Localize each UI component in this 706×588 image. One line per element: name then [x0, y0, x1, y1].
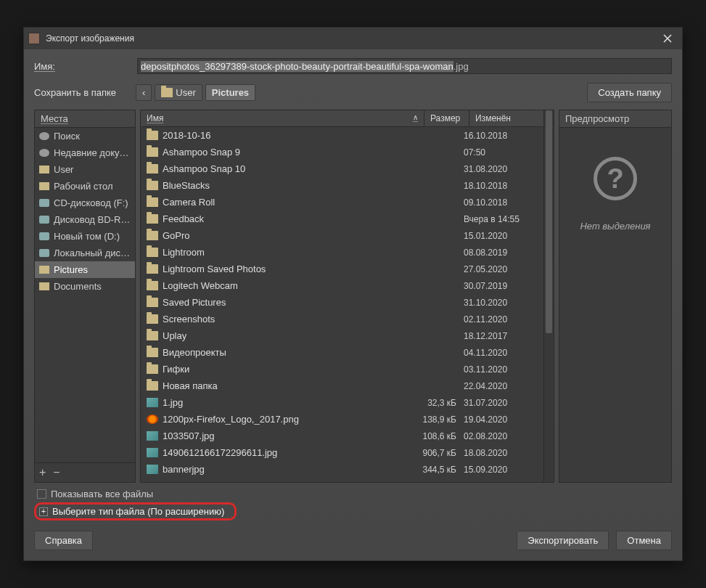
places-item[interactable]: Поиск	[35, 128, 135, 144]
folder-icon	[147, 364, 158, 374]
places-item[interactable]: Локальный дис…	[35, 245, 135, 261]
close-button[interactable]	[657, 30, 678, 46]
file-row[interactable]: Lightroom08.08.2019	[141, 244, 543, 261]
file-name: Saved Pictures	[163, 297, 410, 308]
plus-icon: +	[39, 507, 48, 516]
places-item[interactable]: User	[35, 161, 135, 178]
file-modified: 30.07.2019	[464, 281, 538, 291]
file-row[interactable]: Saved Pictures31.10.2020	[141, 294, 543, 311]
file-row[interactable]: 1033507.jpg108,6 кБ02.08.2020	[141, 428, 543, 444]
file-row[interactable]: Видеопроекты04.11.2020	[141, 344, 543, 361]
folder-icon	[147, 281, 158, 290]
close-icon	[663, 34, 672, 43]
file-type-label: Выберите тип файла (По расширению)	[52, 506, 224, 517]
file-row[interactable]: Ashampoo Snap 907:50	[141, 144, 543, 160]
file-row[interactable]: Гифки03.11.2020	[141, 361, 543, 377]
places-item[interactable]: Documents	[35, 278, 135, 295]
places-item[interactable]: Рабочий стол	[35, 178, 135, 195]
breadcrumb-pictures[interactable]: Pictures	[205, 84, 255, 101]
export-dialog: Экспорт изображения Имя: depositphotos_3…	[23, 27, 683, 561]
file-row[interactable]: 1490612166172296611.jpg906,7 кБ18.08.202…	[141, 444, 543, 461]
places-list: ПоискНедавние доку…UserРабочий столCD-ди…	[35, 128, 135, 462]
question-mark-icon: ?	[594, 157, 637, 200]
help-button[interactable]: Справка	[34, 531, 93, 550]
file-row[interactable]: Logitech Webcam30.07.2019	[141, 277, 543, 294]
places-header[interactable]: Места	[35, 110, 135, 128]
places-item-label: Pictures	[54, 264, 88, 275]
show-all-row[interactable]: Показывать все файлы	[34, 487, 672, 502]
file-row[interactable]: 1.jpg32,3 кБ31.07.2020	[141, 394, 543, 411]
folder-icon	[147, 264, 158, 274]
folder-icon	[147, 381, 158, 391]
places-item[interactable]: CD-дисковод (F:)	[35, 195, 135, 211]
save-in-label: Сохранить в папке	[34, 87, 128, 98]
folder-icon	[147, 331, 158, 340]
file-row[interactable]: bannerjpg344,5 кБ15.09.2020	[141, 461, 543, 478]
col-modified[interactable]: Изменён	[469, 110, 543, 126]
show-all-label: Показывать все файлы	[51, 489, 153, 499]
file-row[interactable]: Новая папка22.04.2020	[141, 377, 543, 394]
show-all-checkbox[interactable]	[37, 489, 46, 499]
file-name: BlueStacks	[163, 180, 410, 191]
folder-icon	[39, 282, 49, 290]
file-modified: 31.07.2020	[464, 398, 538, 408]
cancel-button[interactable]: Отмена	[616, 531, 672, 550]
file-modified: 04.11.2020	[464, 348, 538, 358]
file-row[interactable]: Camera Roll09.10.2018	[141, 194, 543, 211]
file-type-expander[interactable]: + Выберите тип файла (По расширению)	[34, 502, 237, 520]
places-item[interactable]: Дисковод BD-R…	[35, 211, 135, 228]
file-modified: 18.10.2018	[464, 181, 538, 191]
dialog-title: Экспорт изображения	[46, 33, 652, 44]
app-icon	[28, 33, 40, 44]
filename-selected: depositphotos_36297389-stock-photo-beaut…	[141, 61, 453, 72]
file-row[interactable]: Ashampoo Snap 1031.08.2020	[141, 160, 543, 177]
col-size[interactable]: Размер	[424, 110, 469, 126]
breadcrumb-back[interactable]: ‹	[136, 84, 152, 101]
file-scrollbar[interactable]	[543, 110, 554, 482]
file-row[interactable]: BlueStacks18.10.2018	[141, 177, 543, 194]
file-name: Lightroom	[163, 247, 410, 258]
filename-label: Имя:	[34, 61, 128, 72]
file-modified: 18.12.2017	[464, 331, 538, 341]
drive-icon	[39, 232, 49, 240]
file-modified: 02.08.2020	[464, 431, 538, 441]
create-folder-button[interactable]: Создать папку	[587, 83, 672, 102]
col-name[interactable]: Имя∧	[141, 110, 424, 126]
file-row[interactable]: GoPro15.01.2020	[141, 227, 543, 244]
folder-icon	[147, 231, 158, 240]
file-row[interactable]: 2018-10-1616.10.2018	[141, 127, 543, 144]
places-item[interactable]: Pictures	[35, 261, 135, 278]
folder-icon	[147, 214, 158, 224]
preview-header: Предпросмотр	[559, 110, 671, 128]
folder-icon	[147, 147, 158, 157]
file-modified: 15.01.2020	[464, 231, 538, 241]
file-name: 1033507.jpg	[163, 430, 410, 441]
bookmark-add-button[interactable]: +	[39, 466, 46, 479]
places-item-label: Недавние доку…	[54, 147, 129, 158]
places-item[interactable]: Новый том (D:)	[35, 228, 135, 245]
drive-icon	[39, 199, 49, 207]
main-area: Места ПоискНедавние доку…UserРабочий сто…	[24, 110, 682, 483]
file-name: Гифки	[163, 364, 410, 375]
scrollbar-thumb[interactable]	[546, 110, 552, 333]
filename-row: Имя: depositphotos_36297389-stock-photo-…	[24, 49, 682, 77]
file-row[interactable]: FeedbackВчера в 14:55	[141, 211, 543, 227]
file-name: 1490612166172296611.jpg	[163, 447, 410, 458]
places-item-label: Рабочий стол	[54, 181, 113, 192]
file-modified: 31.08.2020	[464, 164, 538, 174]
places-item[interactable]: Недавние доку…	[35, 144, 135, 161]
file-name: Ashampoo Snap 10	[163, 163, 410, 174]
file-name: 1.jpg	[163, 397, 410, 408]
image-icon	[147, 415, 158, 424]
file-row[interactable]: Screenshots02.11.2020	[141, 311, 543, 327]
folder-icon	[147, 298, 158, 307]
file-list: 2018-10-1616.10.2018Ashampoo Snap 907:50…	[141, 127, 543, 482]
filename-input[interactable]: depositphotos_36297389-stock-photo-beaut…	[137, 58, 672, 74]
breadcrumb-user[interactable]: User	[155, 84, 202, 101]
file-size: 108,6 кБ	[414, 431, 459, 441]
export-button[interactable]: Экспортировать	[517, 531, 609, 550]
file-row[interactable]: Uplay18.12.2017	[141, 327, 543, 344]
bookmark-remove-button[interactable]: −	[53, 466, 59, 479]
file-row[interactable]: 1200px-Firefox_Logo,_2017.png138,9 кБ19.…	[141, 411, 543, 428]
file-row[interactable]: Lightroom Saved Photos27.05.2020	[141, 261, 543, 277]
